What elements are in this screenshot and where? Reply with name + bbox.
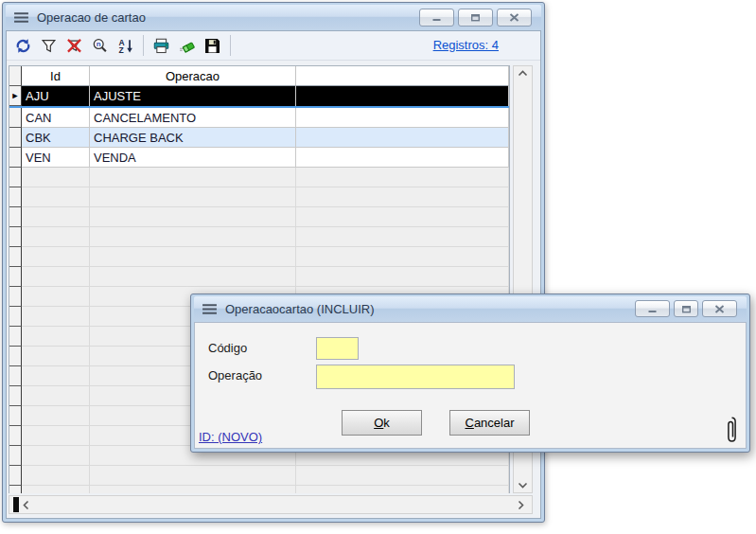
dialog-body: Código Operação Ok Cancelar ID: (NOVO) (194, 322, 747, 449)
cell-operacao (90, 207, 296, 227)
find-button[interactable]: n (87, 33, 113, 59)
dialog-menu-button[interactable] (202, 303, 218, 315)
cell-operacao: AJUSTE (90, 86, 296, 106)
scroll-down-icon[interactable] (514, 482, 532, 489)
menu-button[interactable] (13, 11, 29, 24)
codigo-input[interactable] (316, 337, 359, 360)
table-row[interactable]: CAN CANCELAMENTO (9, 108, 509, 128)
include-dialog: Operacaocartao (INCLUIR) Código Operação… (190, 294, 750, 453)
grid-header-operacao[interactable]: Operacao (90, 66, 296, 86)
cell-id (22, 247, 90, 267)
grid-header-id[interactable]: Id (22, 66, 90, 86)
cell-id (22, 446, 90, 466)
table-row[interactable] (9, 466, 509, 486)
row-indicator (9, 148, 22, 168)
id-novo-link[interactable]: ID: (NOVO) (199, 430, 262, 444)
table-row[interactable] (9, 168, 509, 187)
maximize-button[interactable] (458, 9, 493, 27)
row-indicator (9, 406, 22, 426)
row-indicator: ► (9, 86, 22, 106)
table-row[interactable]: ► AJU AJUSTE (9, 86, 509, 108)
table-row[interactable] (9, 247, 509, 267)
horizontal-scrollbar[interactable] (9, 495, 533, 514)
cell-id (22, 168, 90, 187)
cell-id (22, 227, 90, 247)
main-titlebar[interactable]: Operacao de cartao (6, 5, 541, 30)
scroll-right-icon[interactable] (518, 496, 524, 513)
toolbar: n A Z (7, 31, 540, 61)
table-row[interactable] (9, 486, 509, 493)
find-icon: n (92, 38, 108, 54)
save-button[interactable] (200, 33, 225, 59)
cell-operacao (90, 247, 296, 267)
ok-button[interactable]: Ok (342, 410, 422, 436)
current-row-arrow-icon: ► (11, 92, 20, 100)
refresh-button[interactable] (10, 33, 36, 59)
cell-id (22, 267, 90, 287)
cell-operacao (90, 187, 296, 207)
cell-filler (296, 466, 509, 486)
refresh-icon (15, 38, 31, 54)
clear-filter-button[interactable] (62, 33, 87, 59)
scrollbar-thumb[interactable] (13, 497, 19, 512)
cell-id: AJU (22, 86, 90, 106)
cell-filler (296, 108, 509, 128)
cell-filler (296, 486, 509, 493)
minimize-button[interactable] (419, 9, 454, 27)
dialog-maximize-button[interactable] (674, 300, 698, 317)
table-row[interactable]: VEN VENDA (9, 148, 509, 168)
dialog-titlebar[interactable]: Operacaocartao (INCLUIR) (194, 296, 747, 322)
row-indicator (9, 108, 22, 128)
filter-button[interactable] (36, 33, 62, 59)
row-indicator (9, 307, 22, 327)
cell-filler (296, 86, 509, 106)
cell-filler (296, 227, 509, 247)
cell-operacao: CANCELAMENTO (90, 108, 296, 128)
svg-text:n: n (97, 40, 101, 48)
row-indicator (9, 347, 22, 366)
row-indicator (9, 247, 22, 267)
dialog-window-controls (635, 300, 737, 317)
operacao-input[interactable] (316, 365, 515, 389)
row-indicator (9, 267, 22, 287)
cell-id: VEN (22, 148, 90, 168)
dialog-close-button[interactable] (702, 300, 737, 317)
cancel-button[interactable]: Cancelar (449, 410, 530, 436)
minimize-icon (431, 13, 442, 22)
close-button[interactable] (497, 9, 532, 27)
cell-id (22, 366, 90, 386)
table-row[interactable]: CBK CHARGE BACK (9, 128, 509, 148)
main-window-title: Operacao de cartao (37, 10, 146, 25)
toolbar-separator (230, 35, 231, 56)
scroll-left-icon[interactable] (23, 496, 29, 513)
row-indicator (9, 486, 22, 493)
row-indicator (9, 426, 22, 446)
cell-operacao (90, 486, 296, 493)
dialog-minimize-button[interactable] (635, 300, 670, 317)
hamburger-icon (13, 11, 29, 24)
row-indicator (9, 466, 22, 486)
print-button[interactable] (149, 33, 174, 59)
table-row[interactable] (9, 267, 509, 287)
save-icon (204, 38, 220, 54)
table-row[interactable] (9, 187, 509, 207)
toolbar-separator (143, 35, 144, 56)
registros-link[interactable]: Registros: 4 (433, 38, 499, 52)
table-row[interactable] (9, 207, 509, 227)
row-indicator (9, 287, 22, 307)
table-row[interactable] (9, 227, 509, 247)
cell-filler (296, 247, 509, 267)
cell-operacao: VENDA (90, 148, 296, 168)
cell-filler (296, 187, 509, 207)
cell-id (22, 207, 90, 227)
erase-icon (179, 38, 195, 54)
cell-id (22, 347, 90, 366)
scroll-up-icon[interactable] (514, 70, 532, 77)
screen: Operacao de cartao (0, 0, 756, 534)
cell-id (22, 426, 90, 446)
row-indicator (9, 128, 22, 148)
close-icon (714, 305, 725, 313)
erase-button[interactable] (174, 33, 200, 59)
sort-az-icon: A Z (117, 38, 133, 54)
sort-button[interactable]: A Z (113, 33, 138, 59)
